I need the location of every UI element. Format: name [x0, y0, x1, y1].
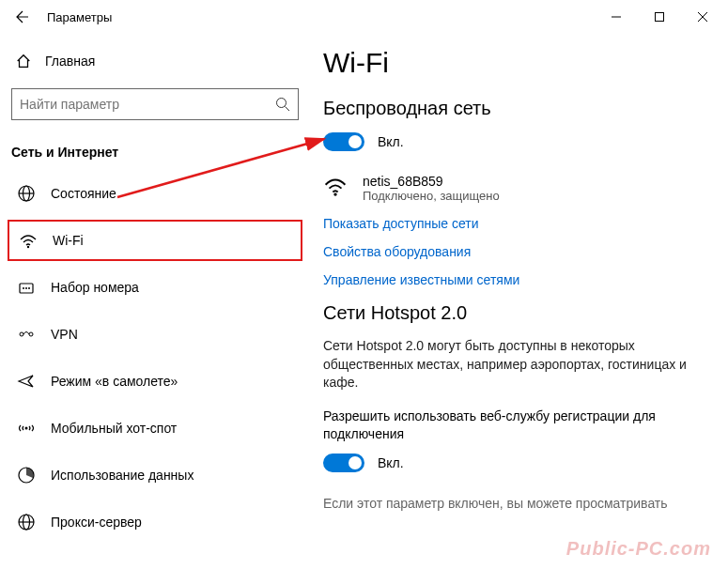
svg-line-3	[286, 107, 290, 112]
maximize-button[interactable]	[638, 0, 681, 34]
hotspot-note: Если этот параметр включен, вы можете пр…	[323, 495, 711, 514]
nav-item-vpn[interactable]: VPN	[8, 314, 302, 355]
home-icon	[15, 53, 32, 69]
wifi-secure-icon	[323, 174, 348, 198]
vpn-icon	[17, 325, 36, 344]
svg-point-19	[333, 192, 336, 195]
network-status: Подключено, защищено	[363, 189, 500, 203]
search-box[interactable]	[11, 88, 299, 120]
svg-point-9	[23, 287, 24, 289]
svg-point-10	[25, 287, 27, 289]
search-input[interactable]	[20, 97, 275, 112]
maximize-icon	[655, 12, 664, 22]
wifi-toggle-label: Вкл.	[378, 134, 404, 149]
globe-icon	[17, 184, 36, 203]
nav-label: Состояние	[51, 186, 116, 201]
svg-point-12	[20, 332, 23, 336]
nav-item-proxy[interactable]: Прокси-сервер	[8, 501, 302, 543]
window-title: Параметры	[47, 10, 112, 24]
svg-point-11	[28, 287, 30, 289]
proxy-icon	[17, 513, 36, 531]
hotspot-toggle-label: Вкл.	[378, 455, 404, 470]
page-title: Wi-Fi	[323, 47, 711, 79]
airplane-icon	[17, 372, 36, 391]
nav-item-status[interactable]: Состояние	[8, 173, 302, 214]
hotspot-option-label: Разрешить использовать веб-службу регист…	[323, 408, 711, 444]
category-heading: Сеть и Интернет	[8, 137, 302, 173]
svg-point-2	[277, 99, 287, 108]
svg-point-14	[25, 427, 28, 430]
nav-label: VPN	[51, 327, 78, 342]
link-hardware-props[interactable]: Свойства оборудования	[323, 244, 711, 259]
hotspot-toggle[interactable]	[323, 454, 364, 472]
sidebar: Главная Сеть и Интернет Состояние	[0, 34, 310, 569]
wifi-icon	[19, 231, 38, 250]
section-wireless: Беспроводная сеть	[323, 98, 711, 119]
main-panel: Wi-Fi Беспроводная сеть Вкл. netis_68B85…	[310, 34, 728, 569]
current-network[interactable]: netis_68B859 Подключено, защищено	[323, 174, 711, 203]
nav-label: Wi-Fi	[53, 233, 84, 248]
nav-item-data-usage[interactable]: Использование данных	[8, 454, 302, 496]
nav-label: Использование данных	[51, 468, 194, 483]
network-name: netis_68B859	[363, 174, 500, 189]
minimize-button[interactable]	[595, 0, 638, 34]
nav-label: Набор номера	[51, 280, 139, 295]
home-nav[interactable]: Главная	[8, 43, 302, 79]
section-hotspot: Сети Hotspot 2.0	[323, 302, 711, 324]
nav-item-dialup[interactable]: Набор номера	[8, 267, 302, 308]
hotspot-icon	[17, 419, 36, 438]
link-show-networks[interactable]: Показать доступные сети	[323, 216, 711, 231]
nav-label: Мобильный хот-спот	[51, 421, 177, 436]
nav-item-hotspot[interactable]: Мобильный хот-спот	[8, 408, 302, 449]
wifi-toggle[interactable]	[323, 132, 364, 151]
home-label: Главная	[45, 54, 95, 69]
data-usage-icon	[17, 466, 36, 484]
hotspot-description: Сети Hotspot 2.0 могут быть доступны в н…	[323, 337, 711, 392]
svg-rect-1	[656, 13, 664, 22]
close-button[interactable]	[681, 0, 724, 34]
close-icon	[698, 12, 707, 22]
nav-item-airplane[interactable]: Режим «в самолете»	[8, 361, 302, 402]
back-arrow-icon	[15, 9, 30, 24]
nav-label: Прокси-сервер	[51, 515, 142, 530]
link-manage-known[interactable]: Управление известными сетями	[323, 272, 711, 287]
svg-point-13	[29, 332, 33, 336]
nav-label: Режим «в самолете»	[51, 374, 178, 389]
back-button[interactable]	[4, 0, 41, 34]
title-bar: Параметры	[0, 0, 728, 34]
svg-point-7	[27, 246, 29, 248]
dialup-icon	[17, 278, 36, 297]
search-icon	[275, 97, 290, 112]
nav-item-wifi[interactable]: Wi-Fi	[8, 220, 302, 261]
minimize-icon	[612, 12, 621, 22]
